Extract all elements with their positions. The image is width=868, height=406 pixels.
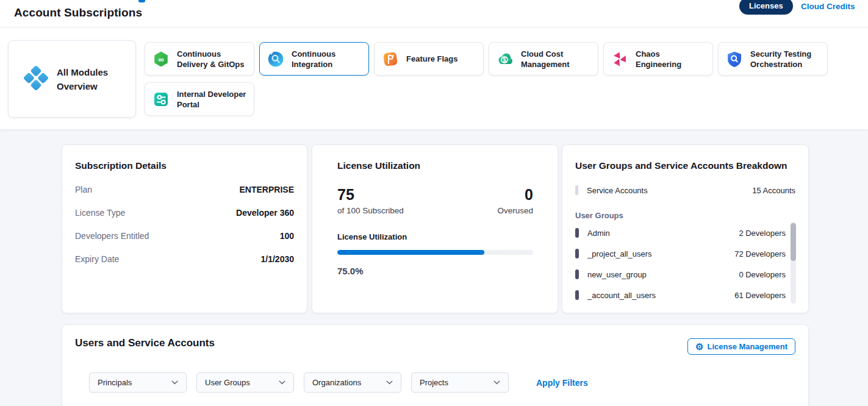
- chevron-down-icon: [386, 380, 393, 385]
- expiry-date-value: 1/1/2030: [261, 254, 295, 264]
- tile-label: Chaos Engineering: [636, 49, 706, 69]
- developers-entitled-label: Developers Entitled: [75, 231, 149, 241]
- group-label: Admin: [587, 229, 610, 238]
- license-management-button[interactable]: ⚙ License Management: [687, 338, 795, 355]
- overused-count: 0: [497, 186, 533, 203]
- expiry-date-row: Expiry Date 1/1/2030: [75, 254, 294, 264]
- license-type-label: License Type: [75, 208, 125, 218]
- subscribed-stat: 75 of 100 Subscribed: [337, 186, 404, 215]
- groups-breakdown-title: User Groups and Service Accounts Breakdo…: [575, 160, 795, 171]
- ci-circle-magnifier-icon: [267, 51, 284, 68]
- group-label: _account_all_users: [587, 291, 656, 300]
- plan-label: Plan: [75, 185, 92, 194]
- groups-scrollbar-track[interactable]: [791, 222, 796, 304]
- service-accounts-marker-icon: [575, 185, 578, 195]
- subscription-details-title: Subscription Details: [75, 160, 294, 171]
- principals-dropdown[interactable]: Principals: [89, 372, 187, 393]
- tile-chaos-engineering[interactable]: Chaos Engineering: [603, 42, 713, 76]
- projects-dropdown[interactable]: Projects: [411, 372, 509, 393]
- group-marker-icon: [575, 290, 579, 300]
- clipped-header-icon: [138, 0, 145, 2]
- svg-text:∞: ∞: [158, 54, 163, 63]
- utilization-progress-track: [337, 250, 533, 255]
- group-marker-icon: [575, 228, 579, 238]
- tile-continuous-integration[interactable]: Continuous Integration: [259, 42, 369, 76]
- gear-icon: ⚙: [695, 342, 703, 351]
- license-utilization-card: License Utilization 75 of 100 Subscribed…: [312, 144, 558, 313]
- tile-label: Continuous Delivery & GitOps: [177, 49, 248, 69]
- content-area: Subscription Details Plan ENTERPRISE Lic…: [0, 129, 868, 406]
- tile-label: Cloud Cost Management: [521, 49, 592, 69]
- group-row-account-all-users: _account_all_users 61 Developers: [575, 285, 786, 305]
- chevron-down-icon: [279, 380, 285, 385]
- tile-label: Continuous Integration: [292, 49, 362, 69]
- tile-label: Feature Flags: [406, 54, 458, 64]
- tile-continuous-delivery[interactable]: ∞ Continuous Delivery & GitOps: [145, 42, 254, 76]
- developers-entitled-value: 100: [280, 231, 294, 241]
- license-type-row: License Type Developer 360: [75, 208, 294, 218]
- group-row-new-user-group: new_user_group 0 Developers: [575, 264, 786, 285]
- user-groups-heading: User Groups: [575, 211, 795, 220]
- group-label: new_user_group: [587, 270, 647, 279]
- overused-stat: 0 Overused: [497, 186, 533, 215]
- users-service-accounts-card: Users and Service Accounts ⚙ License Man…: [62, 324, 809, 406]
- licenses-tab-button[interactable]: Licenses: [739, 0, 793, 15]
- group-value: 0 Developers: [739, 270, 786, 279]
- service-accounts-value: 15 Accounts: [752, 186, 795, 195]
- subscription-details-card: Subscription Details Plan ENTERPRISE Lic…: [62, 144, 307, 313]
- projects-dropdown-label: Projects: [420, 378, 448, 387]
- tile-label: Security Testing Orchestration: [750, 49, 821, 69]
- subscribed-caption: of 100 Subscribed: [337, 206, 404, 215]
- utilization-stats-row: 75 of 100 Subscribed 0 Overused: [337, 186, 533, 215]
- user-groups-list: Admin 2 Developers _project_all_users 72…: [575, 223, 786, 305]
- module-selector-band: All Modules Overview ∞ Continuous Delive…: [0, 27, 868, 129]
- principals-dropdown-label: Principals: [98, 378, 132, 387]
- plan-value: ENTERPRISE: [240, 185, 294, 194]
- all-modules-overview-label: All Modules Overview: [57, 65, 127, 93]
- chevron-down-icon: [171, 380, 178, 385]
- chevron-down-icon: [493, 380, 500, 385]
- license-utilization-title: License Utilization: [337, 160, 533, 171]
- tile-label: Internal Developer Portal: [177, 89, 248, 110]
- tile-cloud-cost-management[interactable]: $ Cloud Cost Management: [489, 42, 598, 76]
- organizations-dropdown-label: Organizations: [312, 378, 361, 387]
- groups-scrollbar-thumb[interactable]: [791, 223, 796, 261]
- utilization-bar-label: License Utilization: [337, 232, 533, 241]
- filters-row: Principals User Groups Organizations Pro…: [89, 372, 588, 393]
- all-modules-overview-card[interactable]: All Modules Overview: [8, 40, 136, 118]
- utilization-percent-label: 75.0%: [337, 266, 533, 276]
- developers-entitled-row: Developers Entitled 100: [75, 231, 294, 241]
- license-management-label: License Management: [708, 342, 788, 351]
- page-header: Account Subscriptions Licenses Cloud Cre…: [0, 0, 868, 27]
- page-title: Account Subscriptions: [14, 6, 142, 20]
- plan-row: Plan ENTERPRISE: [75, 185, 294, 194]
- groups-breakdown-card: User Groups and Service Accounts Breakdo…: [562, 144, 809, 313]
- user-groups-dropdown[interactable]: User Groups: [196, 372, 294, 393]
- tile-internal-developer-portal[interactable]: Internal Developer Portal: [145, 82, 254, 116]
- cloud-dollar-icon: $: [497, 51, 514, 68]
- group-row-admin: Admin 2 Developers: [575, 223, 786, 243]
- tile-feature-flags[interactable]: Feature Flags: [374, 42, 484, 76]
- expiry-date-label: Expiry Date: [75, 254, 119, 264]
- user-groups-dropdown-label: User Groups: [205, 378, 250, 387]
- sliders-icon: [152, 91, 170, 108]
- all-modules-icon: [22, 64, 50, 94]
- tile-security-testing-orchestration[interactable]: Security Testing Orchestration: [718, 42, 828, 76]
- feature-flags-flag-icon: [382, 51, 399, 68]
- apply-filters-link[interactable]: Apply Filters: [536, 378, 588, 388]
- license-utilization-fill: [337, 250, 484, 255]
- group-value: 72 Developers: [734, 249, 786, 258]
- group-label: _project_all_users: [587, 249, 652, 258]
- svg-text:$: $: [503, 56, 506, 63]
- license-type-value: Developer 360: [236, 208, 294, 218]
- chaos-pinwheel-icon: [611, 51, 628, 68]
- group-marker-icon: [575, 249, 579, 258]
- service-accounts-label: Service Accounts: [587, 186, 648, 195]
- group-marker-icon: [575, 269, 579, 279]
- service-accounts-row: Service Accounts 15 Accounts: [575, 185, 795, 195]
- cd-hexagon-infinity-icon: ∞: [152, 51, 170, 68]
- organizations-dropdown[interactable]: Organizations: [304, 372, 401, 393]
- subscribed-count: 75: [337, 186, 404, 203]
- group-value: 2 Developers: [739, 229, 786, 238]
- cloud-credits-link[interactable]: Cloud Credits: [801, 2, 855, 11]
